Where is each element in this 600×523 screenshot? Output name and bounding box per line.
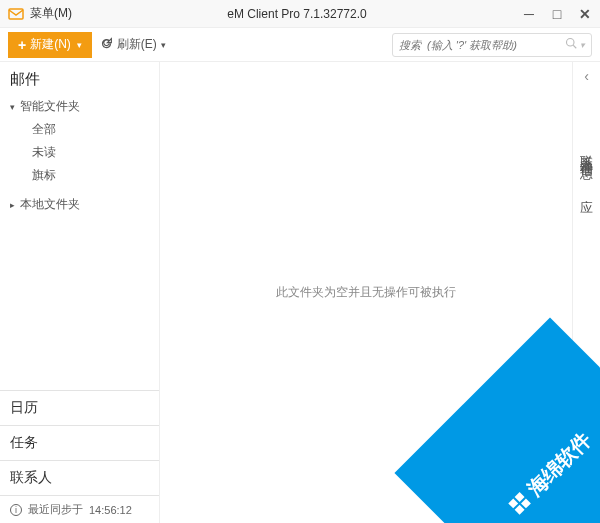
sidebar-item-all[interactable]: 全部 xyxy=(6,118,153,141)
sync-status-time: 14:56:12 xyxy=(89,504,132,516)
sidebar-item-local-folders[interactable]: ▸ 本地文件夹 xyxy=(6,193,153,216)
app-icon xyxy=(8,6,24,22)
plus-icon: + xyxy=(18,37,26,53)
expand-panel-button[interactable]: ‹ xyxy=(584,68,589,84)
sidebar-item-label: 本地文件夹 xyxy=(20,196,80,213)
refresh-icon xyxy=(100,37,113,53)
chevron-down-icon: ▾ xyxy=(77,40,82,50)
sidebar-item-label: 智能文件夹 xyxy=(20,98,80,115)
right-panel: ‹ 联系人详细信息 · 应 xyxy=(572,62,600,523)
title-bar: 菜单(M) eM Client Pro 7.1.32772.0 ─ □ ✕ xyxy=(0,0,600,28)
sidebar-section-calendar[interactable]: 日历 xyxy=(0,390,159,425)
svg-line-2 xyxy=(573,45,576,48)
menu-button[interactable]: 菜单(M) xyxy=(30,5,72,22)
window-title: eM Client Pro 7.1.32772.0 xyxy=(72,7,522,21)
sidebar-section-tasks[interactable]: 任务 xyxy=(0,425,159,460)
sidebar-section-contacts[interactable]: 联系人 xyxy=(0,460,159,495)
sidebar-item-smart-folders[interactable]: ▾ 智能文件夹 xyxy=(6,95,153,118)
close-button[interactable]: ✕ xyxy=(578,7,592,21)
separator: · xyxy=(585,168,588,179)
sidebar-item-label: 未读 xyxy=(32,144,56,161)
sync-status: i 最近同步于 14:56:12 xyxy=(0,495,159,523)
sync-status-prefix: 最近同步于 xyxy=(28,502,83,517)
sidebar-item-label: 全部 xyxy=(32,121,56,138)
window-controls: ─ □ ✕ xyxy=(522,7,592,21)
sidebar-mail-title: 邮件 xyxy=(0,62,159,95)
search-input[interactable] xyxy=(399,39,561,51)
info-icon: i xyxy=(10,504,22,516)
maximize-button[interactable]: □ xyxy=(550,7,564,21)
app-tab[interactable]: 应 xyxy=(578,189,596,191)
svg-rect-0 xyxy=(9,9,23,19)
sidebar: 邮件 ▾ 智能文件夹 全部 未读 旗标 ▸ 本地文件夹 xyxy=(0,62,160,523)
empty-folder-message: 此文件夹为空并且无操作可被执行 xyxy=(276,284,456,301)
caret-right-icon: ▸ xyxy=(10,200,20,210)
refresh-label: 刷新(E) xyxy=(117,36,157,53)
minimize-button[interactable]: ─ xyxy=(522,7,536,21)
new-button[interactable]: + 新建(N) ▾ xyxy=(8,32,92,58)
new-button-label: 新建(N) xyxy=(30,36,71,53)
sidebar-item-label: 旗标 xyxy=(32,167,56,184)
chevron-down-icon: ▾ xyxy=(161,40,166,50)
sidebar-item-unread[interactable]: 未读 xyxy=(6,141,153,164)
search-box[interactable]: ▾ xyxy=(392,33,592,57)
svg-point-1 xyxy=(567,39,575,47)
chevron-down-icon: ▾ xyxy=(580,40,585,50)
main-content: 此文件夹为空并且无操作可被执行 xyxy=(160,62,572,523)
sidebar-item-flagged[interactable]: 旗标 xyxy=(6,164,153,187)
caret-down-icon: ▾ xyxy=(10,102,20,112)
contact-details-tab[interactable]: 联系人详细信息 xyxy=(578,144,596,158)
refresh-button[interactable]: 刷新(E) ▾ xyxy=(100,36,166,53)
search-icon[interactable] xyxy=(565,37,577,52)
toolbar: + 新建(N) ▾ 刷新(E) ▾ ▾ xyxy=(0,28,600,62)
